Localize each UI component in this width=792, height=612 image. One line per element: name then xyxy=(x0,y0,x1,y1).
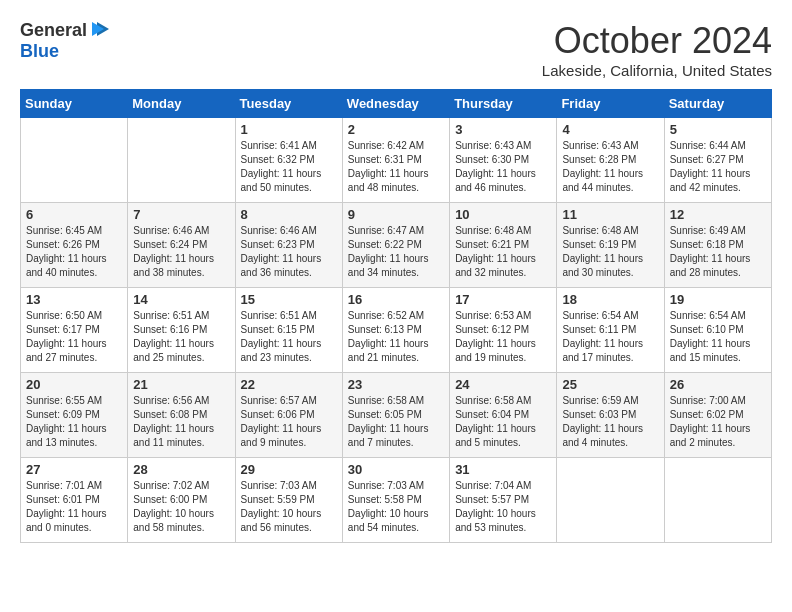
cell-info: Sunrise: 7:02 AM Sunset: 6:00 PM Dayligh… xyxy=(133,479,229,535)
day-number: 1 xyxy=(241,122,337,137)
day-number: 19 xyxy=(670,292,766,307)
day-number: 14 xyxy=(133,292,229,307)
location: Lakeside, California, United States xyxy=(542,62,772,79)
calendar-cell: 2Sunrise: 6:42 AM Sunset: 6:31 PM Daylig… xyxy=(342,118,449,203)
calendar-cell: 3Sunrise: 6:43 AM Sunset: 6:30 PM Daylig… xyxy=(450,118,557,203)
day-number: 13 xyxy=(26,292,122,307)
calendar-cell: 24Sunrise: 6:58 AM Sunset: 6:04 PM Dayli… xyxy=(450,373,557,458)
calendar-header-tuesday: Tuesday xyxy=(235,90,342,118)
calendar-cell xyxy=(664,458,771,543)
day-number: 9 xyxy=(348,207,444,222)
calendar-week-5: 27Sunrise: 7:01 AM Sunset: 6:01 PM Dayli… xyxy=(21,458,772,543)
day-number: 3 xyxy=(455,122,551,137)
day-number: 12 xyxy=(670,207,766,222)
cell-info: Sunrise: 6:57 AM Sunset: 6:06 PM Dayligh… xyxy=(241,394,337,450)
calendar-week-2: 6Sunrise: 6:45 AM Sunset: 6:26 PM Daylig… xyxy=(21,203,772,288)
day-number: 10 xyxy=(455,207,551,222)
calendar-cell: 30Sunrise: 7:03 AM Sunset: 5:58 PM Dayli… xyxy=(342,458,449,543)
cell-info: Sunrise: 7:01 AM Sunset: 6:01 PM Dayligh… xyxy=(26,479,122,535)
cell-info: Sunrise: 6:53 AM Sunset: 6:12 PM Dayligh… xyxy=(455,309,551,365)
calendar-cell: 20Sunrise: 6:55 AM Sunset: 6:09 PM Dayli… xyxy=(21,373,128,458)
logo-general-text: General xyxy=(20,20,87,41)
day-number: 26 xyxy=(670,377,766,392)
cell-info: Sunrise: 7:00 AM Sunset: 6:02 PM Dayligh… xyxy=(670,394,766,450)
day-number: 15 xyxy=(241,292,337,307)
logo-triangle-icon xyxy=(89,18,111,40)
day-number: 27 xyxy=(26,462,122,477)
cell-info: Sunrise: 6:48 AM Sunset: 6:21 PM Dayligh… xyxy=(455,224,551,280)
cell-info: Sunrise: 7:03 AM Sunset: 5:58 PM Dayligh… xyxy=(348,479,444,535)
calendar-week-4: 20Sunrise: 6:55 AM Sunset: 6:09 PM Dayli… xyxy=(21,373,772,458)
calendar-cell xyxy=(128,118,235,203)
calendar-header-row: SundayMondayTuesdayWednesdayThursdayFrid… xyxy=(21,90,772,118)
calendar-cell: 12Sunrise: 6:49 AM Sunset: 6:18 PM Dayli… xyxy=(664,203,771,288)
cell-info: Sunrise: 6:52 AM Sunset: 6:13 PM Dayligh… xyxy=(348,309,444,365)
cell-info: Sunrise: 7:03 AM Sunset: 5:59 PM Dayligh… xyxy=(241,479,337,535)
calendar-cell: 25Sunrise: 6:59 AM Sunset: 6:03 PM Dayli… xyxy=(557,373,664,458)
calendar-cell: 16Sunrise: 6:52 AM Sunset: 6:13 PM Dayli… xyxy=(342,288,449,373)
day-number: 16 xyxy=(348,292,444,307)
calendar-cell: 22Sunrise: 6:57 AM Sunset: 6:06 PM Dayli… xyxy=(235,373,342,458)
cell-info: Sunrise: 6:58 AM Sunset: 6:04 PM Dayligh… xyxy=(455,394,551,450)
calendar-cell: 26Sunrise: 7:00 AM Sunset: 6:02 PM Dayli… xyxy=(664,373,771,458)
calendar-header-thursday: Thursday xyxy=(450,90,557,118)
month-title: October 2024 xyxy=(542,20,772,62)
day-number: 24 xyxy=(455,377,551,392)
calendar-header-monday: Monday xyxy=(128,90,235,118)
page-header: General Blue October 2024 Lakeside, Cali… xyxy=(20,20,772,79)
cell-info: Sunrise: 6:56 AM Sunset: 6:08 PM Dayligh… xyxy=(133,394,229,450)
day-number: 31 xyxy=(455,462,551,477)
calendar-header-saturday: Saturday xyxy=(664,90,771,118)
cell-info: Sunrise: 7:04 AM Sunset: 5:57 PM Dayligh… xyxy=(455,479,551,535)
calendar-cell: 19Sunrise: 6:54 AM Sunset: 6:10 PM Dayli… xyxy=(664,288,771,373)
cell-info: Sunrise: 6:46 AM Sunset: 6:24 PM Dayligh… xyxy=(133,224,229,280)
calendar-week-3: 13Sunrise: 6:50 AM Sunset: 6:17 PM Dayli… xyxy=(21,288,772,373)
calendar-cell: 11Sunrise: 6:48 AM Sunset: 6:19 PM Dayli… xyxy=(557,203,664,288)
calendar-cell xyxy=(557,458,664,543)
day-number: 21 xyxy=(133,377,229,392)
day-number: 23 xyxy=(348,377,444,392)
day-number: 20 xyxy=(26,377,122,392)
day-number: 5 xyxy=(670,122,766,137)
cell-info: Sunrise: 6:48 AM Sunset: 6:19 PM Dayligh… xyxy=(562,224,658,280)
day-number: 7 xyxy=(133,207,229,222)
cell-info: Sunrise: 6:51 AM Sunset: 6:15 PM Dayligh… xyxy=(241,309,337,365)
calendar-header-friday: Friday xyxy=(557,90,664,118)
calendar-header-wednesday: Wednesday xyxy=(342,90,449,118)
day-number: 29 xyxy=(241,462,337,477)
calendar-cell: 7Sunrise: 6:46 AM Sunset: 6:24 PM Daylig… xyxy=(128,203,235,288)
cell-info: Sunrise: 6:55 AM Sunset: 6:09 PM Dayligh… xyxy=(26,394,122,450)
cell-info: Sunrise: 6:47 AM Sunset: 6:22 PM Dayligh… xyxy=(348,224,444,280)
calendar-header-sunday: Sunday xyxy=(21,90,128,118)
calendar-cell: 17Sunrise: 6:53 AM Sunset: 6:12 PM Dayli… xyxy=(450,288,557,373)
calendar-cell: 29Sunrise: 7:03 AM Sunset: 5:59 PM Dayli… xyxy=(235,458,342,543)
cell-info: Sunrise: 6:51 AM Sunset: 6:16 PM Dayligh… xyxy=(133,309,229,365)
cell-info: Sunrise: 6:49 AM Sunset: 6:18 PM Dayligh… xyxy=(670,224,766,280)
day-number: 11 xyxy=(562,207,658,222)
cell-info: Sunrise: 6:54 AM Sunset: 6:10 PM Dayligh… xyxy=(670,309,766,365)
calendar-cell: 31Sunrise: 7:04 AM Sunset: 5:57 PM Dayli… xyxy=(450,458,557,543)
calendar-cell: 4Sunrise: 6:43 AM Sunset: 6:28 PM Daylig… xyxy=(557,118,664,203)
cell-info: Sunrise: 6:50 AM Sunset: 6:17 PM Dayligh… xyxy=(26,309,122,365)
calendar-cell: 5Sunrise: 6:44 AM Sunset: 6:27 PM Daylig… xyxy=(664,118,771,203)
day-number: 28 xyxy=(133,462,229,477)
cell-info: Sunrise: 6:43 AM Sunset: 6:30 PM Dayligh… xyxy=(455,139,551,195)
calendar-cell: 15Sunrise: 6:51 AM Sunset: 6:15 PM Dayli… xyxy=(235,288,342,373)
calendar-cell: 14Sunrise: 6:51 AM Sunset: 6:16 PM Dayli… xyxy=(128,288,235,373)
calendar-cell: 13Sunrise: 6:50 AM Sunset: 6:17 PM Dayli… xyxy=(21,288,128,373)
day-number: 25 xyxy=(562,377,658,392)
calendar-cell: 6Sunrise: 6:45 AM Sunset: 6:26 PM Daylig… xyxy=(21,203,128,288)
day-number: 6 xyxy=(26,207,122,222)
calendar-cell: 18Sunrise: 6:54 AM Sunset: 6:11 PM Dayli… xyxy=(557,288,664,373)
day-number: 17 xyxy=(455,292,551,307)
calendar-cell xyxy=(21,118,128,203)
calendar-cell: 10Sunrise: 6:48 AM Sunset: 6:21 PM Dayli… xyxy=(450,203,557,288)
calendar-table: SundayMondayTuesdayWednesdayThursdayFrid… xyxy=(20,89,772,543)
calendar-cell: 28Sunrise: 7:02 AM Sunset: 6:00 PM Dayli… xyxy=(128,458,235,543)
calendar-cell: 27Sunrise: 7:01 AM Sunset: 6:01 PM Dayli… xyxy=(21,458,128,543)
cell-info: Sunrise: 6:54 AM Sunset: 6:11 PM Dayligh… xyxy=(562,309,658,365)
day-number: 8 xyxy=(241,207,337,222)
calendar-cell: 9Sunrise: 6:47 AM Sunset: 6:22 PM Daylig… xyxy=(342,203,449,288)
calendar-cell: 8Sunrise: 6:46 AM Sunset: 6:23 PM Daylig… xyxy=(235,203,342,288)
cell-info: Sunrise: 6:59 AM Sunset: 6:03 PM Dayligh… xyxy=(562,394,658,450)
